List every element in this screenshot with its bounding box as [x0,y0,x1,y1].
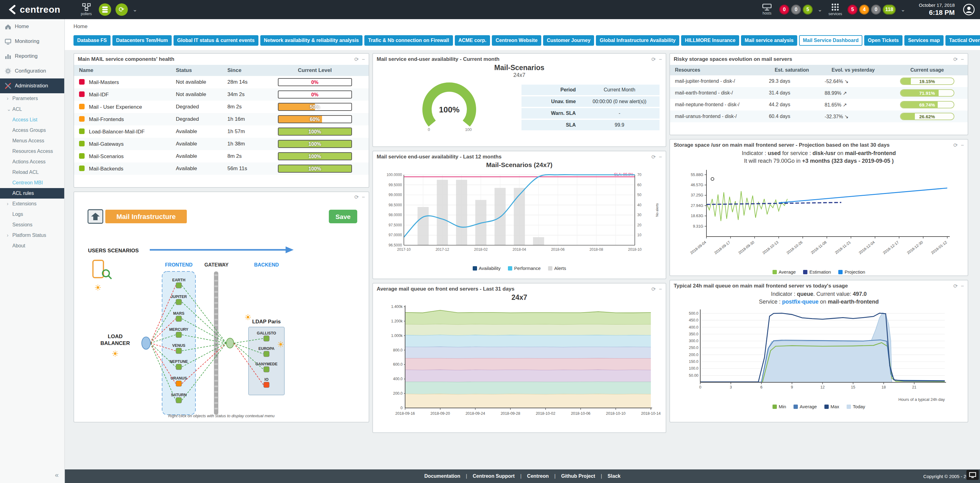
services-menu[interactable]: services [827,3,843,16]
home-icon[interactable] [88,210,103,223]
sidebar-subitem-menus-access[interactable]: Menus Access [0,135,64,146]
chevron-down-icon[interactable]: ⌄ [900,6,905,13]
minimize-icon[interactable]: − [961,284,964,289]
minimize-icon[interactable]: − [961,57,964,62]
footer-link-github-project[interactable]: Github Project [561,473,595,479]
pollers-icon [82,3,91,11]
brand-logo[interactable]: centreon [7,4,60,15]
svg-text:3: 3 [730,385,732,389]
refresh-icon[interactable]: ⟳ [953,284,958,289]
minimize-icon[interactable]: − [362,57,365,62]
health-row[interactable]: Mail-IDFNot available34m 2s0% [74,88,369,101]
health-row[interactable]: Mail-MastersNot available28m 14s0% [74,76,369,88]
tab-database-fs[interactable]: Database FS [73,35,111,46]
sidebar-subitem-reload-acl[interactable]: Reload ACL [0,167,64,178]
tab-mail-service-analysis[interactable]: Mail service analysis [741,35,797,46]
sidebar-subitem-logs[interactable]: Logs [0,209,64,220]
refresh-icon[interactable]: ⟳ [953,143,958,148]
tab-datacenters-tem-hum[interactable]: Datacenters Tem/Hum [112,35,172,46]
tab-trafic-nb-connection-on-firewall[interactable]: Trafic & Nb connection on Firewall [364,35,453,46]
tab-open-tickets[interactable]: Open Tickets [864,35,902,46]
chart-title: Mail-Scenarios [373,64,666,72]
health-row[interactable]: Mail - User ExperienceDegraded8m 2s50% [74,101,369,113]
refresh-icon[interactable]: ⟳ [355,194,359,200]
health-row[interactable]: Mail-FrontendsDegraded1h 16m60% [74,113,369,125]
minimize-icon[interactable]: − [961,143,964,148]
sidebar-subitem-extensions[interactable]: ›Extensions [0,199,64,209]
footer-link-documentation[interactable]: Documentation [424,473,460,479]
database-status-icon[interactable] [99,3,111,16]
health-row[interactable]: Mail-GatewaysAvailable1h 38m100% [74,138,369,150]
user-avatar[interactable] [963,3,975,16]
pollers-menu[interactable]: pollers [78,3,94,16]
tab-global-it-status-current-events[interactable]: Global IT status & current events [173,35,258,46]
health-row[interactable]: Mail-BackendsAvailable56m 11s100% [74,163,369,175]
minimize-icon[interactable]: − [659,287,662,292]
save-button[interactable]: Save [329,210,357,223]
hosts-menu[interactable]: hosts [759,4,775,16]
node-io[interactable]: IO [264,378,269,387]
sidebar-subitem-access-groups[interactable]: Access Groups [0,125,64,135]
tab-mail-service-dashboard[interactable]: Mail Service Dashboard [799,35,862,46]
tab-tactical-overview[interactable]: Tactical Overview [945,35,980,46]
tab-centreon-website[interactable]: Centreon Website [492,35,541,46]
footer-link-centreon[interactable]: Centreon [527,473,549,479]
health-row[interactable]: Load-Balancer-Mail-IDFAvailable1h 57m100… [74,125,369,138]
sidebar-subitem-acl-rules[interactable]: ACL rules [0,188,64,199]
sidebar-subitem-actions-access[interactable]: Actions Access [0,156,64,167]
refresh-icon[interactable]: ⟳ [651,155,656,159]
sidebar-subitem-centreon-mbi[interactable]: Centreon MBI [0,178,64,188]
breadcrumb[interactable]: Home [65,19,980,33]
refresh-icon[interactable]: ⟳ [651,57,656,62]
services-count-badge[interactable]: 0 [871,5,881,14]
minimize-icon[interactable]: − [659,57,662,62]
sidebar-subitem-platform-status[interactable]: ›Platform Status [0,230,64,241]
sidebar-subitem-about[interactable]: About [0,241,64,251]
sidebar-item-administration[interactable]: Administration [0,78,64,93]
storage-row[interactable]: mail-uranus-frontend - disk-/60.4 days-3… [670,110,968,122]
services-count-badge[interactable]: 5 [848,5,858,14]
tab-hillmore-insurance[interactable]: HILLMORE Insurance [681,35,739,46]
sidebar-subitem-parameters[interactable]: ›Parameters [0,93,64,104]
refresh-icon[interactable]: ⟳ [651,287,656,292]
hosts-count-badge[interactable]: 0 [779,5,789,14]
sidebar-item-home[interactable]: Home [0,19,64,34]
hosts-count-badge[interactable]: 0 [791,5,801,14]
sidebar-subitem-sessions[interactable]: Sessions [0,220,64,230]
usage-bar: 69.74% [900,101,955,108]
chevron-down-icon[interactable]: ⌄ [133,6,137,13]
gateway-node[interactable] [226,338,234,348]
refresh-icon[interactable]: ⟳ [953,57,958,62]
footer-link-slack[interactable]: Slack [608,473,620,479]
health-table: NameStatusSinceCurrent LevelMail-Masters… [74,65,369,175]
tab-network-availability-reliability-analysis[interactable]: Network availability & reliability analy… [260,35,363,46]
sidebar-item-reporting[interactable]: Reporting [0,49,64,64]
minimize-icon[interactable]: − [659,155,662,159]
tab-customer-journey[interactable]: Customer Journey [543,35,594,46]
storage-row[interactable]: mail-earth-frontend - disk-/31.4 days88.… [670,87,968,99]
health-row[interactable]: Mail-ScenariosAvailable8m 2s100% [74,150,369,163]
tab-services-map[interactable]: Services map [904,35,943,46]
sidebar-subitem-access-list[interactable]: Access List [0,115,64,125]
latency-status-icon[interactable]: ⟳ [116,3,128,16]
sidebar-item-configuration[interactable]: Configuration [0,64,64,78]
refresh-icon[interactable]: ⟳ [355,57,359,62]
sidebar-item-monitoring[interactable]: Monitoring [0,34,64,49]
sidebar-collapse-button[interactable]: « [55,471,59,479]
footer-link-centreon-support[interactable]: Centreon Support [473,473,515,479]
storage-row[interactable]: mail-neptune-frontend - disk-/44.2 days8… [670,99,968,110]
chevron-down-icon[interactable]: ⌄ [818,6,822,13]
load-balancer-node[interactable] [142,337,150,349]
sidebar-subitem-acl[interactable]: ⌄ACL [0,104,64,115]
hosts-count-badge[interactable]: 5 [803,5,813,14]
screenshot-tool-icon[interactable] [966,470,979,480]
tab-acme-corp[interactable]: ACME corp. [455,35,490,46]
minimize-icon[interactable]: − [362,194,365,200]
storage-row[interactable]: mail-jupiter-frontend - disk-/29.3 days-… [670,75,968,87]
services-count-badge[interactable]: 4 [859,5,869,14]
svg-text:2018-06: 2018-06 [551,247,565,252]
sidebar-subitem-resources-access[interactable]: Resources Access [0,146,64,156]
svg-text:Mail Infrastructure: Mail Infrastructure [116,213,176,220]
tab-global-infrastructure-availability[interactable]: Global Infrastructure Availability [596,35,679,46]
services-count-badge[interactable]: 118 [883,5,896,14]
